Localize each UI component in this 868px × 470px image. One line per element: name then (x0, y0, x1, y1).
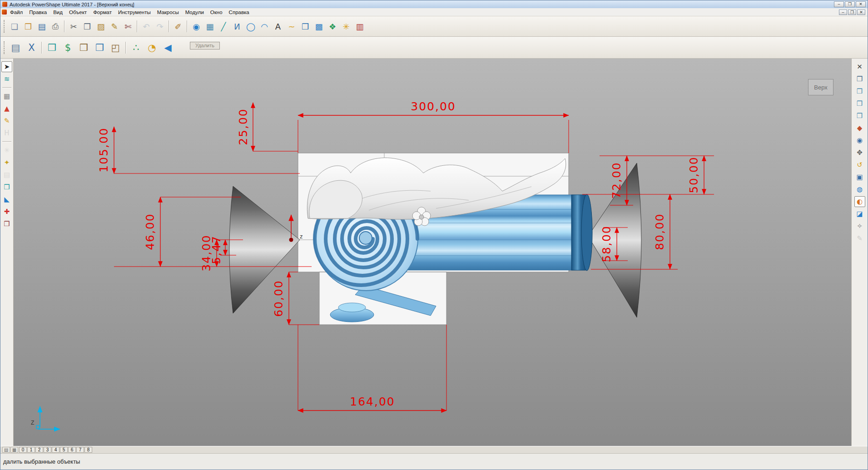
compass-icon[interactable]: ✧ (854, 221, 865, 232)
dimension-25[interactable]: 25,00 (237, 103, 298, 151)
level-tab[interactable]: 1 (27, 447, 35, 453)
dimension-50[interactable]: 50,00 (582, 156, 714, 194)
undo-icon[interactable]: ↶ (140, 20, 153, 33)
back-arrow-icon[interactable]: ◀ (160, 40, 175, 55)
maximize-button[interactable]: ❐ (845, 1, 855, 7)
surface-tool-icon[interactable]: ▩ (312, 20, 325, 33)
open-icon[interactable]: ❐ (22, 20, 35, 33)
mdi-close-button[interactable]: ✕ (857, 10, 865, 15)
view-name-badge[interactable]: Верх (808, 79, 833, 95)
dimension-60[interactable]: 60,00 (272, 272, 319, 325)
window-icon[interactable]: ❐ (854, 74, 865, 84)
menu-modules[interactable]: Модули (182, 9, 207, 15)
menu-help[interactable]: Справка (226, 9, 253, 15)
alarm-icon[interactable]: ▲ (1, 103, 12, 114)
sketch-icon[interactable]: ✐ (172, 20, 184, 33)
close-pane-icon[interactable]: ✕ (854, 61, 865, 72)
status-display-icon[interactable]: ▤ (2, 447, 10, 453)
level-tab[interactable]: 8 (84, 447, 92, 453)
wireframe-icon[interactable]: ≋ (1, 74, 12, 84)
menu-format[interactable]: Формат (90, 9, 115, 15)
wedge-icon[interactable]: ◣ (1, 194, 12, 205)
curve-tool-icon[interactable]: ~ (285, 20, 298, 33)
stack-icon[interactable]: ▤ (1, 169, 12, 180)
text-tool-icon[interactable]: A (272, 20, 284, 33)
repair-icon[interactable]: ✚ (1, 206, 12, 217)
pan-view-icon[interactable]: ✥ (854, 147, 865, 158)
iso-view-icon[interactable]: ◪ (854, 208, 865, 219)
cube-arrows-icon[interactable]: ❒ (45, 40, 60, 55)
view-cube-icon[interactable]: ❒ (854, 86, 865, 97)
mdi-restore-button[interactable]: ❐ (848, 10, 856, 15)
polyline-icon[interactable]: И (231, 20, 243, 33)
cubes-group-icon[interactable]: ❒ (76, 40, 91, 55)
level-tab[interactable]: 3 (44, 447, 51, 453)
new-document-icon[interactable]: ❏ (8, 20, 21, 33)
view-red-icon[interactable]: ◆ (854, 123, 865, 134)
cubes-count-icon[interactable]: ◰ (108, 40, 123, 55)
close-button[interactable]: ✕ (856, 1, 866, 7)
workplane-icon[interactable]: ▦ (203, 20, 216, 33)
select-cursor-icon[interactable]: ➤ (1, 61, 12, 72)
toolbar-grip[interactable] (4, 41, 5, 54)
redo-icon[interactable]: ↷ (154, 20, 166, 33)
menu-edit[interactable]: Правка (26, 9, 50, 15)
feature-tool-icon[interactable]: ❖ (326, 20, 339, 33)
dark-cube-icon[interactable]: ❒ (1, 218, 12, 229)
menu-macros[interactable]: Макросы (154, 9, 182, 15)
level-tab[interactable]: 5 (60, 447, 68, 453)
toolbox-icon[interactable]: ▥ (353, 20, 366, 33)
menu-object[interactable]: Объект (66, 9, 90, 15)
cube-teal-icon[interactable]: ❒ (1, 182, 12, 193)
status-printer-icon[interactable]: ▦ (10, 447, 18, 453)
solid-tool-icon[interactable]: ❒ (299, 20, 312, 33)
paste-icon[interactable]: ▨ (94, 20, 107, 33)
menu-window[interactable]: Окно (207, 9, 226, 15)
dimension-300[interactable]: 300,00 (298, 100, 569, 153)
dimension-105[interactable]: 105,00 (97, 127, 300, 173)
menu-file[interactable]: Файл (7, 9, 26, 15)
globe-icon[interactable]: ◍ (854, 184, 865, 195)
line-icon[interactable]: ╱ (217, 20, 230, 33)
format-pen-icon[interactable]: ✎ (108, 20, 121, 33)
print-icon[interactable]: ⎙ (49, 20, 62, 33)
undo-view-icon[interactable]: ↺ (854, 159, 865, 170)
view-cube2-icon[interactable]: ❒ (854, 98, 865, 109)
level-tab[interactable]: 6 (68, 447, 76, 453)
sheets-icon[interactable]: ▤ (8, 40, 23, 55)
curve-points-icon[interactable]: ∴ (129, 40, 144, 55)
dimension-164[interactable]: 164,00 (298, 325, 446, 411)
level-tab[interactable]: 2 (35, 447, 43, 453)
level-tab[interactable]: 0 (19, 447, 27, 453)
toolbar-grip[interactable] (4, 20, 5, 33)
rotate-view-icon[interactable]: ◉ (854, 135, 865, 146)
x-axis-icon[interactable]: X (24, 40, 39, 55)
cut-icon[interactable]: ✂ (67, 20, 80, 33)
grid-icon[interactable]: ▦ (1, 91, 12, 102)
zoom-sphere-icon[interactable]: ◉ (190, 20, 203, 33)
wand-icon[interactable]: ✳ (340, 20, 352, 33)
pencil-icon[interactable]: ✎ (1, 115, 12, 126)
clock-icon[interactable]: ◔ (144, 40, 159, 55)
cube-measure-icon[interactable]: ❒ (92, 40, 107, 55)
arc-icon[interactable]: ◠ (258, 20, 271, 33)
probe-icon[interactable]: ✎ (854, 233, 865, 244)
menu-tools[interactable]: Инструменты (115, 9, 154, 15)
copy-icon[interactable]: ❐ (81, 20, 94, 33)
viewport-canvas[interactable]: z 300,00 25,00 105,00 (14, 59, 851, 446)
level-tab[interactable]: 7 (76, 447, 84, 453)
handle-icon[interactable]: H (1, 128, 12, 139)
snap-icon[interactable]: ✳ (1, 145, 12, 156)
level-tab[interactable]: 4 (52, 447, 60, 453)
chisel-icon[interactable]: ✦ (1, 157, 12, 168)
mdi-minimize-button[interactable]: – (839, 10, 847, 15)
shaded-view-icon[interactable]: ◐ (854, 196, 865, 207)
zoom-window-icon[interactable]: ▣ (854, 172, 865, 183)
save-icon[interactable]: ▤ (35, 20, 48, 33)
delete-object-icon[interactable]: ✄ (122, 20, 134, 33)
view-cube3-icon[interactable]: ❒ (854, 110, 865, 121)
cube-dollar-icon[interactable]: $ (60, 40, 75, 55)
menu-view[interactable]: Вид (50, 9, 66, 15)
circle-icon[interactable]: ◯ (244, 20, 257, 33)
minimize-button[interactable]: – (834, 1, 844, 7)
